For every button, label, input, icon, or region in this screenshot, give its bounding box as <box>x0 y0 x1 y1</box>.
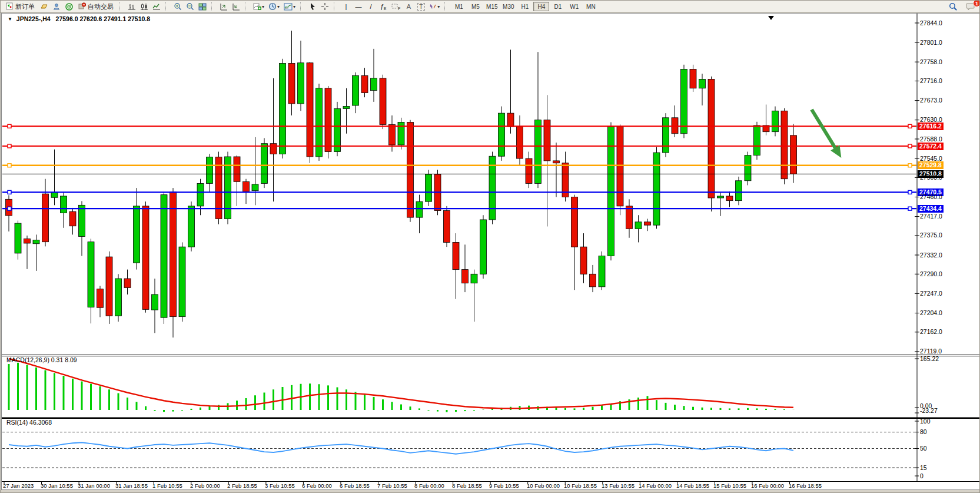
candle-bear[interactable] <box>124 279 131 287</box>
candle-bear[interactable] <box>170 192 177 317</box>
candle-bull[interactable] <box>298 63 304 104</box>
candle-bull[interactable] <box>280 63 286 154</box>
candle-bull[interactable] <box>635 222 642 229</box>
candle-bull[interactable] <box>33 240 39 244</box>
candle-bull[interactable] <box>480 220 487 274</box>
candle-bear[interactable] <box>726 196 733 201</box>
candle-bear[interactable] <box>97 289 104 308</box>
candle-bull[interactable] <box>207 157 213 184</box>
candle-bull[interactable] <box>343 107 350 109</box>
time-axis-label[interactable]: 31 Jan 18:55 <box>115 482 148 489</box>
time-axis-label[interactable]: 3 Feb 10:55 <box>265 482 295 489</box>
candle-bear[interactable] <box>270 144 277 154</box>
line-handle[interactable] <box>908 144 912 148</box>
candle-bear[interactable] <box>626 206 633 229</box>
candle-bull[interactable] <box>754 125 760 155</box>
annotation-arrow[interactable] <box>812 110 837 151</box>
line-handle[interactable] <box>8 207 11 210</box>
time-axis-label[interactable]: 6 Feb 00:00 <box>302 482 332 489</box>
price-tag-level[interactable]: 27572.4 <box>918 143 944 150</box>
candle-bull[interactable] <box>51 193 58 197</box>
candle-bull[interactable] <box>261 144 268 184</box>
line-handle[interactable] <box>908 124 912 128</box>
price-tag-level[interactable]: 27529.8 <box>918 161 944 169</box>
candle-bull[interactable] <box>663 118 669 153</box>
candle-bear[interactable] <box>453 242 459 269</box>
line-handle[interactable] <box>908 164 912 167</box>
candle-bear[interactable] <box>106 257 112 316</box>
time-axis-label[interactable]: 27 Jan 2023 <box>3 482 34 489</box>
candle-bull[interactable] <box>416 201 423 217</box>
candle-bear[interactable] <box>407 123 414 218</box>
time-axis-label[interactable]: 14 Feb 18:55 <box>676 482 709 489</box>
line-handle[interactable] <box>8 164 11 167</box>
candle-bull[interactable] <box>353 75 359 105</box>
candle-bear[interactable] <box>507 113 514 127</box>
time-axis-label[interactable]: 1 Feb 10:55 <box>152 482 182 489</box>
price-tag-level[interactable]: 27616.2 <box>918 123 944 130</box>
scroll-to-end-marker[interactable] <box>768 16 774 20</box>
time-axis-label[interactable]: 30 Jan 10:55 <box>41 482 73 489</box>
candle-bear[interactable] <box>526 158 532 183</box>
candle-bear[interactable] <box>517 127 523 158</box>
candle-bull[interactable] <box>79 205 85 236</box>
candle-bear[interactable] <box>572 197 578 247</box>
candle-bear[interactable] <box>553 161 560 163</box>
time-axis-label[interactable]: 9 Feb 10:55 <box>489 482 519 489</box>
line-handle[interactable] <box>8 124 11 128</box>
candle-bear[interactable] <box>462 270 469 283</box>
line-handle[interactable] <box>908 207 912 210</box>
candle-bear[interactable] <box>590 274 596 287</box>
candle-bear[interactable] <box>307 63 313 157</box>
candlestick-chart[interactable] <box>1 1 980 493</box>
line-handle[interactable] <box>8 144 11 148</box>
time-axis-label[interactable]: 10 Feb 00:00 <box>527 482 560 489</box>
candle-bear[interactable] <box>790 135 797 174</box>
time-axis-label[interactable]: 10 Feb 18:55 <box>564 482 597 489</box>
candle-bull[interactable] <box>772 111 779 131</box>
time-axis-label[interactable]: 8 Feb 18:55 <box>452 482 482 489</box>
candle-bear[interactable] <box>580 247 587 274</box>
candle-bull[interactable] <box>599 256 605 287</box>
line-handle[interactable] <box>908 190 912 194</box>
time-axis-label[interactable]: 31 Jan 00:00 <box>78 482 110 489</box>
candle-bull[interactable] <box>179 247 185 317</box>
candle-bear[interactable] <box>781 111 788 178</box>
candle-bear[interactable] <box>288 63 295 103</box>
candle-bull[interactable] <box>681 69 687 133</box>
candle-bull[interactable] <box>745 155 751 181</box>
candle-bear[interactable] <box>645 222 651 225</box>
time-axis-label[interactable]: 14 Feb 00:00 <box>639 482 672 489</box>
candle-bull[interactable] <box>15 223 21 253</box>
candle-bear[interactable] <box>142 206 149 309</box>
candle-bull[interactable] <box>334 108 341 151</box>
candle-bull[interactable] <box>197 183 204 206</box>
candle-bear[interactable] <box>444 211 450 243</box>
time-axis-label[interactable]: 8 Feb 00:00 <box>414 482 444 489</box>
candle-bear[interactable] <box>617 127 623 206</box>
candle-bull[interactable] <box>252 184 258 191</box>
candle-bear[interactable] <box>234 157 240 181</box>
candle-bear[interactable] <box>380 78 386 124</box>
candle-bull[interactable] <box>161 195 167 318</box>
time-axis-label[interactable]: 15 Feb 10:55 <box>713 482 746 489</box>
candle-bear[interactable] <box>243 181 250 191</box>
time-axis-label[interactable]: 7 Feb 10:55 <box>377 482 407 489</box>
candle-bull[interactable] <box>699 79 706 88</box>
time-axis-label[interactable]: 16 Feb 00:00 <box>751 482 784 489</box>
candle-bull[interactable] <box>188 206 195 247</box>
candle-bull[interactable] <box>736 181 742 201</box>
time-axis-label[interactable]: 6 Feb 18:55 <box>340 482 370 489</box>
candle-bull[interactable] <box>134 206 140 263</box>
candle-bear[interactable] <box>690 69 696 88</box>
candle-bear[interactable] <box>708 79 715 198</box>
candle-bull[interactable] <box>471 274 477 283</box>
candle-bull[interactable] <box>88 242 94 307</box>
candle-bear[interactable] <box>361 75 368 92</box>
time-axis-label[interactable]: 2 Feb 00:00 <box>190 482 220 489</box>
candle-bull[interactable] <box>61 196 67 213</box>
line-handle[interactable] <box>8 190 11 194</box>
candle-bull[interactable] <box>371 78 377 91</box>
candle-bear[interactable] <box>389 124 396 145</box>
candle-bear[interactable] <box>69 211 76 226</box>
